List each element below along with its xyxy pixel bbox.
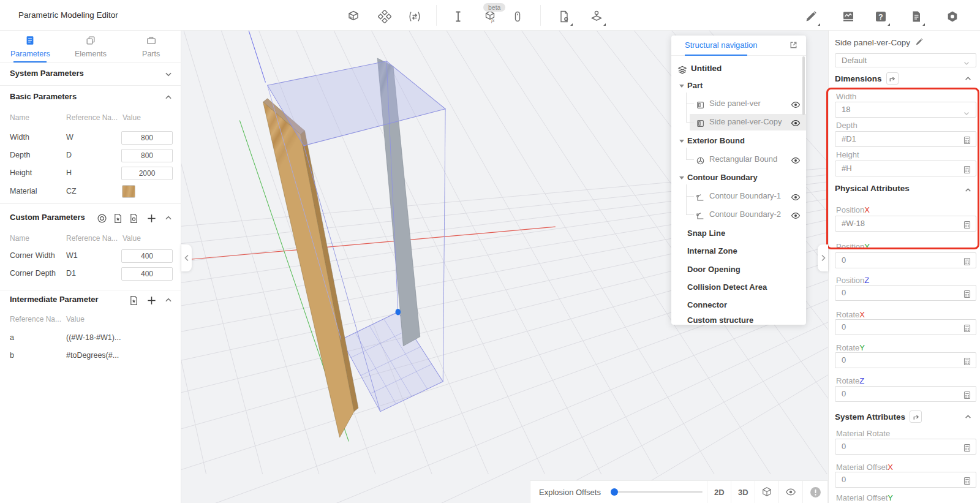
tree-group-snap-line[interactable]: Snap Line [671,225,806,241]
tree-group-collision-detect-area[interactable]: Collision Detect Area [671,279,806,295]
param-expression[interactable]: ((#W-18-#W1)... [66,333,121,342]
material-rotate-field[interactable]: 0 [835,439,976,455]
tab-parameters[interactable]: Parameters [0,31,61,62]
doc-circle-icon[interactable] [128,213,139,224]
position-y-field[interactable]: 0 [835,252,976,268]
basic-parameters-header[interactable]: Basic Parameters [10,92,77,101]
view-3d-button[interactable]: 3D [731,481,755,503]
doc-star-icon[interactable] [128,295,139,306]
tree-root-untitled[interactable]: Untitled [671,61,806,77]
material-swatch[interactable] [122,185,135,198]
preset-select[interactable]: Default [835,53,976,67]
cube-view-button[interactable] [755,481,779,503]
component-cube-icon[interactable] [346,9,361,24]
formula-calc-icon[interactable] [963,442,971,457]
tree-group-part[interactable]: Part [671,78,806,94]
view-2d-button[interactable]: 2D [707,481,731,503]
corner-width-input[interactable] [121,249,173,263]
formula-calc-icon[interactable] [963,356,971,371]
expand-triangle-icon[interactable] [679,176,684,180]
rotate-z-field[interactable]: 0 [835,386,976,402]
slider-handle[interactable] [611,488,618,496]
rotate-x-field[interactable]: 0 [835,319,976,335]
eye-icon[interactable] [791,191,801,201]
chevron-up-icon[interactable] [164,93,173,102]
intermediate-parameter-header[interactable]: Intermediate Parameter [10,295,99,304]
help-icon[interactable]: ? [873,9,888,24]
swap-icon[interactable] [407,9,422,24]
monitor-chart-icon[interactable] [841,9,856,24]
doc-star-icon[interactable] [112,213,123,224]
system-attributes-header[interactable]: System Attributes [835,410,922,423]
depth-field[interactable]: #D1 [835,131,976,147]
eye-icon[interactable] [791,210,801,219]
layers-pin-icon[interactable] [589,9,604,24]
tree-item-rectangular-bound[interactable]: Rectangular Bound [671,151,806,167]
material-offset-x-field[interactable]: 0 [835,472,976,488]
param-height-input[interactable] [121,167,173,180]
physical-attributes-header[interactable]: Physical Attributes [835,184,910,193]
expand-triangle-icon[interactable] [679,140,684,143]
formula-calc-icon[interactable] [963,390,971,404]
custom-parameters-header[interactable]: Custom Parameters [10,213,85,222]
formula-calc-icon[interactable] [963,289,971,303]
corner-depth-input[interactable] [121,267,173,281]
eye-icon[interactable] [791,99,801,108]
beam-icon[interactable] [451,9,466,24]
position-x-field[interactable]: #W-18 [835,216,976,232]
formula-calc-icon[interactable] [963,475,971,490]
tree-item-contour-boundary-1[interactable]: Contour Boundary-1 [671,188,806,204]
param-depth-input[interactable] [121,149,173,162]
add-parameter-icon[interactable] [146,295,157,306]
document-export-icon[interactable] [557,9,571,24]
tree-item-side-panel-ver-copy-selected[interactable]: Side panel-ver-Copy [671,114,806,130]
tab-elements[interactable]: Elements [61,31,121,62]
capsule-icon[interactable] [510,9,525,24]
tab-parts[interactable]: Parts [121,31,181,62]
warning-info-button[interactable] [803,481,827,503]
popout-icon[interactable] [789,40,799,50]
tree-group-door-opening[interactable]: Door Opening [671,262,806,278]
tree-group-connector[interactable]: Connector [671,297,806,313]
rotate-y-field[interactable]: 0 [835,352,976,368]
height-field[interactable]: #H [835,161,976,176]
param-expression[interactable]: #toDegrees(#... [66,351,119,360]
nav-scrollbar[interactable] [802,56,805,115]
param-width-input[interactable] [121,131,173,145]
tree-group-contour-boundary[interactable]: Contour Boundary [671,170,806,186]
visibility-button[interactable] [779,481,803,503]
structural-navigation-title[interactable]: Structural navigation [685,40,758,50]
nut-circle-icon[interactable] [96,213,107,224]
add-parameter-icon[interactable] [146,213,157,224]
formula-calc-icon[interactable] [963,323,971,338]
rename-pencil-icon[interactable] [915,37,924,48]
position-z-field[interactable]: 0 [835,285,976,301]
chevron-up-icon[interactable] [964,412,972,423]
collapse-left-panel-tab[interactable] [181,244,192,271]
document-icon[interactable] [909,9,924,24]
formula-calc-icon[interactable] [963,219,971,234]
tree-group-custom-structure[interactable]: Custom structure [671,312,806,325]
pencil-icon[interactable] [804,9,818,24]
chevron-up-icon[interactable] [164,214,173,222]
route-arrow-icon[interactable] [910,410,922,423]
explosion-offsets-slider[interactable] [612,491,703,493]
tree-group-internal-zone[interactable]: Internal Zone [671,243,806,259]
formula-calc-icon[interactable] [963,135,971,149]
origin-handle[interactable] [396,309,401,315]
expand-right-panel-tab[interactable] [818,244,828,271]
dimensions-header[interactable]: Dimensions [835,72,899,85]
eye-icon[interactable] [791,117,801,127]
chevron-up-icon[interactable] [964,186,972,197]
chevron-down-icon[interactable] [164,70,173,78]
route-arrow-icon[interactable] [886,72,899,85]
chevron-up-icon[interactable] [964,74,972,85]
formula-calc-icon[interactable] [963,164,971,179]
eye-icon[interactable] [791,154,801,164]
settings-nut-icon[interactable] [945,9,960,24]
tree-item-side-panel-ver[interactable]: Side panel-ver [671,96,806,112]
tree-group-exterior-bound[interactable]: Exterior Bound [671,133,806,149]
pattern-icon[interactable] [377,9,392,24]
expand-triangle-icon[interactable] [679,85,684,88]
formula-calc-icon[interactable] [963,256,971,271]
